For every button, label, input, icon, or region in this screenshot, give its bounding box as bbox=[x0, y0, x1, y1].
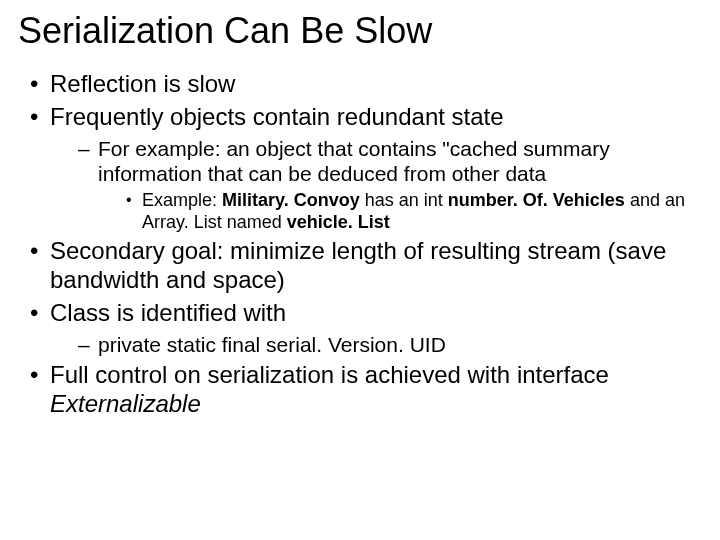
slide: Serialization Can Be Slow Reflection is … bbox=[0, 0, 720, 540]
bullet-item: Secondary goal: minimize length of resul… bbox=[30, 237, 708, 295]
bullet-text: Full control on serialization is achieve… bbox=[50, 361, 609, 388]
sub-bullet-list: private static final serial. Version. UI… bbox=[50, 332, 708, 357]
bullet-text: For example: an object that contains "ca… bbox=[98, 137, 610, 185]
bold-text: Military. Convoy bbox=[222, 190, 360, 210]
bullet-list: Reflection is slow Frequently objects co… bbox=[0, 70, 720, 418]
italic-text: Externalizable bbox=[50, 390, 201, 417]
sub-bullet-list: For example: an object that contains "ca… bbox=[50, 136, 708, 234]
bullet-item: Frequently objects contain redundant sta… bbox=[30, 103, 708, 233]
bold-text: vehicle. List bbox=[287, 212, 390, 232]
bullet-item: Class is identified with private static … bbox=[30, 299, 708, 357]
bold-text: number. Of. Vehicles bbox=[448, 190, 625, 210]
bullet-item: Full control on serialization is achieve… bbox=[30, 361, 708, 419]
sub-sub-bullet-item: Example: Military. Convoy has an int num… bbox=[126, 190, 708, 233]
sub-sub-bullet-list: Example: Military. Convoy has an int num… bbox=[98, 190, 708, 233]
sub-bullet-item: private static final serial. Version. UI… bbox=[78, 332, 708, 357]
bullet-text: Example: bbox=[142, 190, 222, 210]
bullet-text: has an int bbox=[360, 190, 448, 210]
bullet-text: Frequently objects contain redundant sta… bbox=[50, 103, 504, 130]
sub-bullet-item: For example: an object that contains "ca… bbox=[78, 136, 708, 234]
bullet-item: Reflection is slow bbox=[30, 70, 708, 99]
bullet-text: private static final serial. Version. UI… bbox=[98, 333, 446, 356]
slide-title: Serialization Can Be Slow bbox=[18, 10, 720, 52]
bullet-text: Class is identified with bbox=[50, 299, 286, 326]
bullet-text: Reflection is slow bbox=[50, 70, 235, 97]
bullet-text: Secondary goal: minimize length of resul… bbox=[50, 237, 666, 293]
